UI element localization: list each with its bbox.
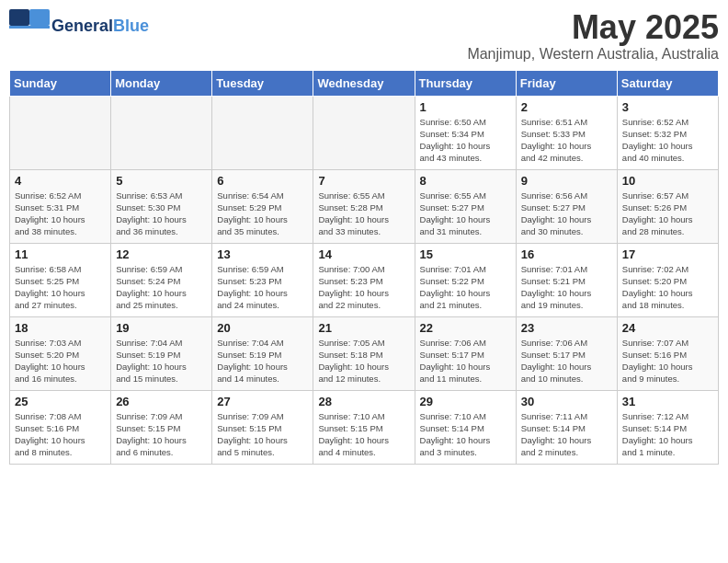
day-number: 9 (521, 174, 612, 188)
calendar-day-14: 14Sunrise: 7:00 AMSunset: 5:23 PMDayligh… (313, 243, 415, 316)
logo-icon (9, 9, 50, 42)
day-number: 18 (15, 321, 106, 335)
month-title: May 2025 (467, 9, 719, 46)
calendar-day-empty (10, 96, 111, 169)
day-number: 11 (15, 247, 106, 261)
calendar-day-31: 31Sunrise: 7:12 AMSunset: 5:14 PMDayligh… (617, 390, 718, 464)
calendar-day-4: 4Sunrise: 6:52 AMSunset: 5:31 PMDaylight… (10, 169, 111, 243)
calendar-day-20: 20Sunrise: 7:04 AMSunset: 5:19 PMDayligh… (212, 316, 313, 390)
day-number: 16 (521, 247, 612, 261)
weekday-header-friday: Friday (516, 70, 617, 96)
day-number: 30 (521, 395, 612, 408)
day-info: Sunrise: 7:01 AMSunset: 5:22 PMDaylight:… (420, 263, 511, 312)
day-info: Sunrise: 6:56 AMSunset: 5:27 PMDaylight:… (521, 190, 612, 238)
day-info: Sunrise: 7:04 AMSunset: 5:19 PMDaylight:… (116, 337, 207, 385)
day-number: 21 (318, 321, 409, 335)
calendar-day-27: 27Sunrise: 7:09 AMSunset: 5:15 PMDayligh… (212, 390, 313, 464)
day-info: Sunrise: 6:55 AMSunset: 5:27 PMDaylight:… (420, 190, 511, 238)
calendar-day-15: 15Sunrise: 7:01 AMSunset: 5:22 PMDayligh… (415, 243, 516, 316)
day-info: Sunrise: 7:01 AMSunset: 5:21 PMDaylight:… (521, 263, 612, 312)
calendar-day-9: 9Sunrise: 6:56 AMSunset: 5:27 PMDaylight… (516, 169, 617, 243)
day-number: 20 (217, 321, 308, 335)
calendar-day-11: 11Sunrise: 6:58 AMSunset: 5:25 PMDayligh… (10, 243, 111, 316)
calendar-day-21: 21Sunrise: 7:05 AMSunset: 5:18 PMDayligh… (313, 316, 415, 390)
day-number: 2 (521, 100, 612, 114)
day-number: 13 (217, 247, 308, 261)
weekday-header-saturday: Saturday (617, 70, 718, 96)
calendar-day-18: 18Sunrise: 7:03 AMSunset: 5:20 PMDayligh… (10, 316, 111, 390)
day-info: Sunrise: 6:57 AMSunset: 5:26 PMDaylight:… (622, 190, 713, 238)
day-info: Sunrise: 7:03 AMSunset: 5:20 PMDaylight:… (15, 337, 106, 385)
calendar-week-1: 1Sunrise: 6:50 AMSunset: 5:34 PMDaylight… (10, 96, 719, 169)
day-number: 8 (420, 174, 511, 188)
calendar-day-7: 7Sunrise: 6:55 AMSunset: 5:28 PMDaylight… (313, 169, 415, 243)
calendar-day-23: 23Sunrise: 7:06 AMSunset: 5:17 PMDayligh… (516, 316, 617, 390)
day-info: Sunrise: 6:52 AMSunset: 5:31 PMDaylight:… (15, 190, 106, 238)
day-info: Sunrise: 6:54 AMSunset: 5:29 PMDaylight:… (217, 190, 308, 238)
weekday-header-wednesday: Wednesday (313, 70, 415, 96)
calendar-day-empty (313, 96, 415, 169)
calendar-table: SundayMondayTuesdayWednesdayThursdayFrid… (9, 70, 719, 465)
day-number: 23 (521, 321, 612, 335)
day-number: 12 (116, 247, 207, 261)
day-info: Sunrise: 7:00 AMSunset: 5:23 PMDaylight:… (318, 263, 409, 312)
calendar-day-29: 29Sunrise: 7:10 AMSunset: 5:14 PMDayligh… (415, 390, 516, 464)
calendar-day-2: 2Sunrise: 6:51 AMSunset: 5:33 PMDaylight… (516, 96, 617, 169)
day-info: Sunrise: 7:06 AMSunset: 5:17 PMDaylight:… (521, 337, 612, 385)
svg-rect-1 (29, 9, 50, 26)
day-number: 24 (622, 321, 713, 335)
day-info: Sunrise: 6:51 AMSunset: 5:33 PMDaylight:… (521, 116, 612, 165)
calendar-day-5: 5Sunrise: 6:53 AMSunset: 5:30 PMDaylight… (111, 169, 212, 243)
svg-rect-2 (9, 26, 50, 29)
day-info: Sunrise: 7:02 AMSunset: 5:20 PMDaylight:… (622, 263, 713, 312)
day-number: 26 (116, 395, 207, 408)
calendar-day-1: 1Sunrise: 6:50 AMSunset: 5:34 PMDaylight… (415, 96, 516, 169)
svg-rect-0 (9, 9, 29, 26)
calendar-day-17: 17Sunrise: 7:02 AMSunset: 5:20 PMDayligh… (617, 243, 718, 316)
calendar-day-26: 26Sunrise: 7:09 AMSunset: 5:15 PMDayligh… (111, 390, 212, 464)
day-number: 17 (622, 247, 713, 261)
calendar-day-12: 12Sunrise: 6:59 AMSunset: 5:24 PMDayligh… (111, 243, 212, 316)
calendar-week-5: 25Sunrise: 7:08 AMSunset: 5:16 PMDayligh… (10, 390, 719, 464)
day-number: 19 (116, 321, 207, 335)
day-info: Sunrise: 7:11 AMSunset: 5:14 PMDaylight:… (521, 410, 612, 459)
day-number: 7 (318, 174, 409, 188)
logo: GeneralBlue (9, 9, 149, 42)
day-info: Sunrise: 7:07 AMSunset: 5:16 PMDaylight:… (622, 337, 713, 385)
calendar-week-2: 4Sunrise: 6:52 AMSunset: 5:31 PMDaylight… (10, 169, 719, 243)
calendar-day-19: 19Sunrise: 7:04 AMSunset: 5:19 PMDayligh… (111, 316, 212, 390)
location-title: Manjimup, Western Australia, Australia (467, 46, 719, 63)
day-number: 3 (622, 100, 713, 114)
day-number: 1 (420, 100, 511, 114)
day-info: Sunrise: 7:10 AMSunset: 5:14 PMDaylight:… (420, 410, 511, 459)
weekday-header-row: SundayMondayTuesdayWednesdayThursdayFrid… (10, 70, 719, 96)
day-number: 4 (15, 174, 106, 188)
day-number: 29 (420, 395, 511, 408)
day-info: Sunrise: 6:55 AMSunset: 5:28 PMDaylight:… (318, 190, 409, 238)
day-info: Sunrise: 6:50 AMSunset: 5:34 PMDaylight:… (420, 116, 511, 165)
day-info: Sunrise: 6:58 AMSunset: 5:25 PMDaylight:… (15, 263, 106, 312)
day-number: 28 (318, 395, 409, 408)
weekday-header-monday: Monday (111, 70, 212, 96)
day-info: Sunrise: 7:12 AMSunset: 5:14 PMDaylight:… (622, 410, 713, 459)
calendar-day-22: 22Sunrise: 7:06 AMSunset: 5:17 PMDayligh… (415, 316, 516, 390)
weekday-header-tuesday: Tuesday (212, 70, 313, 96)
calendar-day-24: 24Sunrise: 7:07 AMSunset: 5:16 PMDayligh… (617, 316, 718, 390)
day-number: 22 (420, 321, 511, 335)
calendar-day-6: 6Sunrise: 6:54 AMSunset: 5:29 PMDaylight… (212, 169, 313, 243)
day-number: 6 (217, 174, 308, 188)
day-number: 31 (622, 395, 713, 408)
day-number: 14 (318, 247, 409, 261)
calendar-day-16: 16Sunrise: 7:01 AMSunset: 5:21 PMDayligh… (516, 243, 617, 316)
day-info: Sunrise: 6:59 AMSunset: 5:23 PMDaylight:… (217, 263, 308, 312)
day-info: Sunrise: 7:04 AMSunset: 5:19 PMDaylight:… (217, 337, 308, 385)
day-info: Sunrise: 7:10 AMSunset: 5:15 PMDaylight:… (318, 410, 409, 459)
day-info: Sunrise: 7:08 AMSunset: 5:16 PMDaylight:… (15, 410, 106, 459)
day-info: Sunrise: 6:52 AMSunset: 5:32 PMDaylight:… (622, 116, 713, 165)
calendar-week-3: 11Sunrise: 6:58 AMSunset: 5:25 PMDayligh… (10, 243, 719, 316)
day-info: Sunrise: 7:09 AMSunset: 5:15 PMDaylight:… (217, 410, 308, 459)
day-info: Sunrise: 7:06 AMSunset: 5:17 PMDaylight:… (420, 337, 511, 385)
calendar-day-8: 8Sunrise: 6:55 AMSunset: 5:27 PMDaylight… (415, 169, 516, 243)
day-number: 15 (420, 247, 511, 261)
calendar-day-30: 30Sunrise: 7:11 AMSunset: 5:14 PMDayligh… (516, 390, 617, 464)
